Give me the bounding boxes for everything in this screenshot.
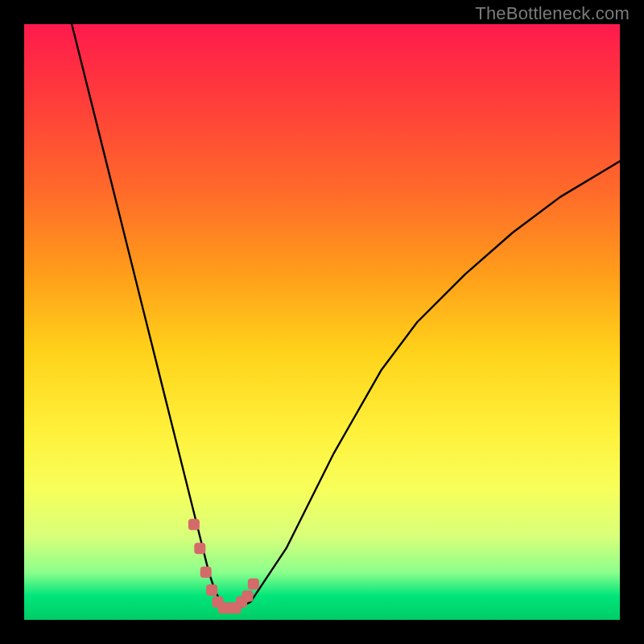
highlight-dot	[206, 584, 217, 596]
watermark-text: TheBottleneck.com	[475, 3, 630, 24]
highlight-dot	[188, 519, 200, 530]
highlight-dot	[200, 567, 212, 578]
chart-svg	[24, 24, 620, 620]
chart-frame: TheBottleneck.com	[0, 0, 644, 644]
highlight-dot	[242, 590, 254, 601]
bottleneck-curve	[72, 24, 620, 608]
highlight-dot	[248, 579, 259, 590]
highlight-dot	[194, 543, 205, 554]
plot-area	[24, 24, 620, 620]
